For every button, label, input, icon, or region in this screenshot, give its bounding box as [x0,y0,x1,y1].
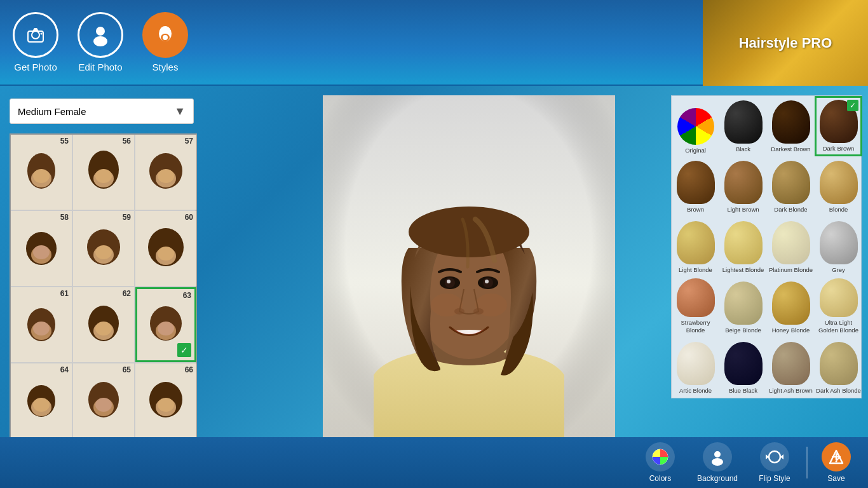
chevron-down-icon: ▼ [174,105,186,118]
colors-tool[interactable]: Colors [632,439,689,487]
ultra-light-golden-blonde-swatch [820,278,858,317]
style-item-56[interactable]: 56 [73,135,134,210]
style-item-64[interactable]: 64 [11,363,72,438]
svg-point-68 [485,280,489,283]
color-brown[interactable]: Brown [672,156,719,217]
save-button[interactable]: Save [811,439,862,487]
svg-point-54 [158,398,174,412]
color-light-ash-brown-label: Light Ash Brown [769,387,813,394]
svg-point-74 [712,458,723,466]
color-brown-label: Brown [687,206,704,213]
lightest-blonde-swatch [724,221,763,264]
color-artic-blonde-label: Artic Blonde [679,387,712,394]
flip-style-tool[interactable]: Flip Style [746,439,803,487]
colors-label: Colors [649,474,672,483]
style-item-65[interactable]: 65 [73,363,134,438]
style-item-60[interactable]: 60 [135,211,196,286]
main-content: Medium Female ▼ 55 56 [0,86,868,488]
color-grey-label: Grey [832,266,845,273]
styles-nav[interactable]: Styles [142,12,188,72]
hair-icon [142,12,188,58]
color-honey-blonde-label: Honey Blonde [772,327,810,334]
light-blonde-swatch [677,221,715,264]
color-black[interactable]: Black [719,96,767,156]
color-light-brown[interactable]: Light Brown [719,156,767,217]
style-item-57[interactable]: 57 [135,135,196,210]
strawberry-blonde-swatch [677,278,715,317]
dropdown-label: Medium Female [18,106,86,117]
color-blue-black[interactable]: Blue Black [719,337,767,398]
color-platinum-blonde-label: Platinum Blonde [769,266,813,273]
style-item-62[interactable]: 62 [73,287,134,362]
style-item-61[interactable]: 61 [11,287,72,362]
style-item-58[interactable]: 58 [11,211,72,286]
selected-check-icon: ✓ [177,343,191,357]
header: Get Photo Edit Photo Styles Hairstyle PR… [0,0,868,86]
color-reset[interactable]: Original [672,96,719,156]
dark-brown-swatch [820,100,858,143]
svg-point-10 [33,169,50,183]
color-light-blonde[interactable]: Light Blonde [672,217,719,277]
svg-point-18 [158,169,174,183]
svg-point-42 [158,322,174,336]
get-photo-nav[interactable]: Get Photo [13,12,58,72]
color-ultra-light-golden-blonde-label: Ultra Light Golden Blonde [816,319,861,334]
color-honey-blonde[interactable]: Honey Blonde [767,277,815,337]
style-item-66[interactable]: 66 [135,363,196,438]
style-item-63[interactable]: 63 ✓ [135,287,196,362]
platinum-blonde-swatch [772,221,810,264]
color-darkest-brown[interactable]: Darkest Brown [767,96,815,156]
flip-icon [760,442,789,471]
color-light-ash-brown[interactable]: Light Ash Brown [767,337,815,398]
rainbow-icon [677,108,714,145]
styles-label: Styles [153,62,179,72]
background-icon [703,442,732,471]
color-dark-brown[interactable]: Dark Brown [815,96,862,156]
color-artic-blonde[interactable]: Artic Blonde [672,337,719,398]
svg-point-38 [95,322,112,336]
color-platinum-blonde[interactable]: Platinum Blonde [767,217,815,277]
darkest-brown-swatch [772,100,810,144]
grey-swatch [820,221,858,264]
style-item-59[interactable]: 59 [73,211,134,286]
color-dark-blonde-label: Dark Blonde [774,206,807,213]
style-item-55[interactable]: 55 [11,135,72,210]
color-dark-blonde[interactable]: Dark Blonde [767,156,815,217]
color-grid: Original Black Darkest Brown Dark Brown … [671,95,862,398]
svg-point-73 [714,451,721,458]
color-light-brown-label: Light Brown [727,206,759,213]
svg-point-34 [33,322,50,336]
color-blue-black-label: Blue Black [729,387,757,394]
color-ultra-light-golden-blonde[interactable]: Ultra Light Golden Blonde [815,277,862,337]
background-label: Background [697,474,738,483]
color-grey[interactable]: Grey [815,217,862,277]
light-ash-brown-swatch [772,342,810,385]
svg-point-46 [33,398,50,412]
get-photo-label: Get Photo [14,62,57,72]
style-selector-panel: Medium Female ▼ 55 56 [0,86,273,488]
color-lightest-blonde[interactable]: Lightest Blonde [719,217,767,277]
svg-point-69 [454,308,465,315]
color-reset-label: Original [685,147,706,154]
color-light-blonde-label: Light Blonde [679,266,712,273]
edit-photo-nav[interactable]: Edit Photo [78,12,123,72]
color-blonde[interactable]: Blonde [815,156,862,217]
svg-point-6 [163,35,168,40]
color-dark-ash-blonde[interactable]: Dark Ash Blonde [815,337,862,398]
svg-point-1 [41,33,43,35]
edit-photo-label: Edit Photo [78,62,122,72]
color-selector-panel: Original Black Darkest Brown Dark Brown … [665,86,868,488]
save-icon [822,442,851,471]
dark-blonde-swatch [772,161,810,204]
svg-point-26 [95,245,112,259]
svg-point-50 [95,398,112,412]
color-blonde-label: Blonde [829,206,848,213]
beige-blonde-swatch [724,281,763,325]
background-tool[interactable]: Background [689,439,746,487]
dark-ash-blonde-swatch [820,342,858,385]
color-beige-blonde[interactable]: Beige Blonde [719,277,767,337]
camera-icon [13,12,58,58]
color-strawberry-blonde[interactable]: Strawberry Blonde [672,277,719,337]
blonde-swatch [820,161,858,204]
style-category-dropdown[interactable]: Medium Female ▼ [10,98,194,124]
